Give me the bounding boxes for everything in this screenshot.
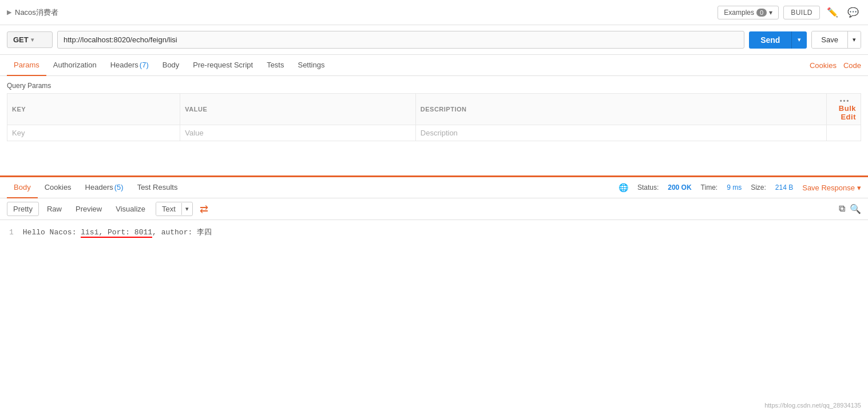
save-button-group: Save ▾ <box>811 31 861 49</box>
fmt-tab-visualize[interactable]: Visualize <box>110 202 151 216</box>
examples-count-badge: 0 <box>756 9 767 17</box>
size-label: Size: <box>751 183 766 191</box>
save-button[interactable]: Save <box>812 31 847 48</box>
fmt-tab-pretty[interactable]: Pretty <box>7 202 39 216</box>
comment-icon[interactable]: 💬 <box>845 5 861 20</box>
status-value: 200 OK <box>668 183 691 191</box>
format-type-label: Text <box>156 202 181 216</box>
build-button[interactable]: BUILD <box>783 6 820 19</box>
params-table: KEY VALUE DESCRIPTION ••• Bulk Edit Key … <box>7 93 861 141</box>
request-title: ▶ Nacos消费者 <box>7 7 58 18</box>
bulk-edit-button[interactable]: Bulk Edit <box>839 104 856 121</box>
cookies-link[interactable]: Cookies <box>810 61 837 70</box>
resp-line-1: Hello Nacos: lisi, Port: 8011, author: 李… <box>23 228 212 238</box>
resp-tab-cookies[interactable]: Cookies <box>38 177 78 198</box>
code-link[interactable]: Code <box>843 61 861 70</box>
resp-format-bar: Pretty Raw Preview Visualize Text ▾ ⇄ ⧉ … <box>0 198 868 220</box>
resp-body: 1Hello Nacos: lisi, Port: 8011, author: … <box>0 220 868 244</box>
expand-arrow-icon[interactable]: ▶ <box>7 9 11 16</box>
req-tabs-right-links: Cookies Code <box>810 61 861 70</box>
tab-params[interactable]: Params <box>7 55 46 76</box>
word-wrap-icon[interactable]: ⇄ <box>200 203 208 216</box>
save-response-chevron-icon: ▾ <box>857 183 861 192</box>
more-options-icon[interactable]: ••• <box>840 97 850 104</box>
examples-button[interactable]: Examples 0 ▾ <box>718 6 779 19</box>
status-label: Status: <box>637 183 659 191</box>
tab-body[interactable]: Body <box>156 55 187 76</box>
method-chevron-icon: ▾ <box>31 37 34 43</box>
copy-icon[interactable]: ⧉ <box>839 203 845 214</box>
time-label: Time: <box>701 183 718 191</box>
col-actions-header: ••• Bulk Edit <box>827 94 861 125</box>
format-type-select[interactable]: Text ▾ <box>156 202 193 216</box>
query-params-title: Query Params <box>7 82 861 90</box>
top-bar: ▶ Nacos消费者 Examples 0 ▾ BUILD ✏️ 💬 <box>0 0 868 25</box>
globe-icon: 🌐 <box>619 183 628 192</box>
resp-tab-body[interactable]: Body <box>7 177 38 198</box>
value-cell[interactable]: Value <box>180 125 415 141</box>
underline-text: lisi, Port: 8011 <box>81 228 152 238</box>
resp-tab-headers[interactable]: Headers(5) <box>78 177 130 198</box>
desc-cell[interactable]: Description <box>415 125 826 141</box>
tab-tests[interactable]: Tests <box>260 55 291 76</box>
examples-chevron-icon: ▾ <box>769 9 772 17</box>
method-label: GET <box>13 35 29 44</box>
resp-right-icons: ⧉ 🔍 <box>839 203 861 214</box>
table-row: Key Value Description <box>7 125 861 141</box>
response-tabs-bar: Body Cookies Headers(5) Test Results 🌐 S… <box>0 177 868 198</box>
format-type-chevron-icon[interactable]: ▾ <box>181 203 192 215</box>
fmt-tab-preview[interactable]: Preview <box>70 202 108 216</box>
key-cell[interactable]: Key <box>7 125 180 141</box>
tab-headers[interactable]: Headers(7) <box>104 55 156 76</box>
col-value-header: VALUE <box>180 94 415 125</box>
request-name-label: Nacos消费者 <box>15 7 58 18</box>
save-response-button[interactable]: Save Response ▾ <box>802 183 861 192</box>
examples-label: Examples <box>724 9 754 17</box>
tab-prerequest[interactable]: Pre-request Script <box>186 55 260 76</box>
size-value: 214 B <box>775 183 793 191</box>
resp-status-bar: 🌐 Status: 200 OK Time: 9 ms Size: 214 B … <box>619 183 861 192</box>
search-icon[interactable]: 🔍 <box>850 203 861 214</box>
tab-settings[interactable]: Settings <box>291 55 331 76</box>
url-bar: GET ▾ Send ▾ Save ▾ <box>0 25 868 55</box>
request-tabs: Params Authorization Headers(7) Body Pre… <box>0 55 868 76</box>
fmt-tab-raw[interactable]: Raw <box>41 202 68 216</box>
send-dropdown-button[interactable]: ▾ <box>791 31 807 49</box>
query-params-section: Query Params KEY VALUE DESCRIPTION ••• B… <box>0 76 868 141</box>
url-input[interactable] <box>57 31 744 49</box>
method-select[interactable]: GET ▾ <box>7 31 53 48</box>
resp-tab-test-results[interactable]: Test Results <box>130 177 185 198</box>
edit-icon[interactable]: ✏️ <box>825 5 841 20</box>
send-button-group: Send ▾ <box>749 31 807 49</box>
top-bar-right: Examples 0 ▾ BUILD ✏️ 💬 <box>718 5 861 20</box>
save-dropdown-button[interactable]: ▾ <box>847 31 861 48</box>
row-actions-cell <box>827 125 861 141</box>
response-area: Body Cookies Headers(5) Test Results 🌐 S… <box>0 175 868 244</box>
col-description-header: DESCRIPTION <box>415 94 826 125</box>
send-button[interactable]: Send <box>749 31 791 49</box>
tab-authorization[interactable]: Authorization <box>46 55 104 76</box>
col-key-header: KEY <box>7 94 180 125</box>
time-value: 9 ms <box>727 183 742 191</box>
line-number-1: 1 <box>9 228 14 237</box>
